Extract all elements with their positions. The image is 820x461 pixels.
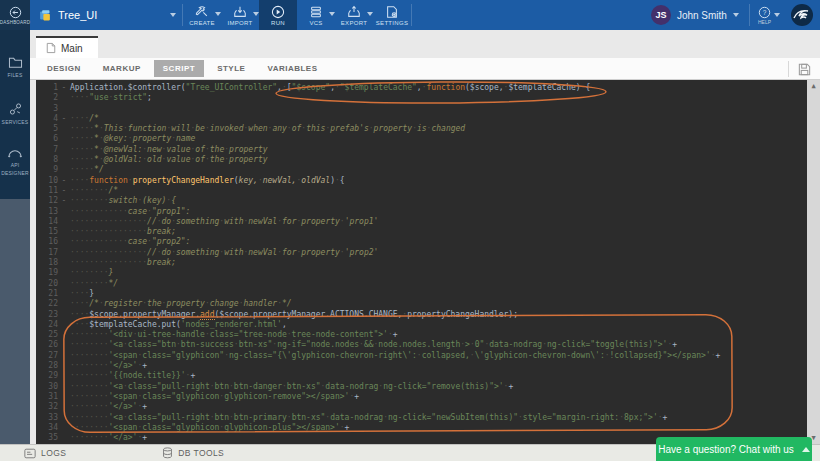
code-line[interactable]: 13············case·"prop1": [36,207,807,217]
line-number: 14 [36,217,58,227]
menu-export[interactable]: EXPORT [335,0,373,30]
fold-gutter [58,145,70,155]
export-label: EXPORT [341,20,367,26]
code-line[interactable]: 28········'</a>'·+ [36,361,807,371]
code-line[interactable]: 18················break; [36,258,807,268]
tab-style[interactable]: STYLE [208,60,254,77]
code-line[interactable]: 25········'<div·ui-tree-handle·class="tr… [36,330,807,340]
code-line[interactable]: 20········*/ [36,279,807,289]
logs-icon [24,448,36,459]
code-line[interactable]: 24····$templateCache.put('nodes_renderer… [36,320,807,330]
scroll-up-icon[interactable]: ▲ [811,80,815,92]
code-line[interactable]: 33········'<a·class="pull-right·btn·btn-… [36,413,807,423]
sidebar-item-services[interactable]: SERVICES [0,102,30,127]
fold-gutter [58,104,70,114]
sidebar-item-api-designer[interactable]: API DESIGNER [0,148,30,177]
code-line[interactable]: 30········'<a·class="pull-right·btn·btn-… [36,382,807,392]
code-line[interactable]: 9·····*/ [36,165,807,175]
code-line[interactable]: 19········} [36,268,807,278]
project-selector[interactable]: Tree_UI [30,0,182,30]
fold-gutter [58,423,70,433]
line-number: 2 [36,93,58,103]
chat-widget-button[interactable]: Have a question? Chat with us [656,437,812,461]
line-number: 28 [36,361,58,371]
menu-settings[interactable]: SETTINGS [373,0,411,30]
line-number: 32 [36,402,58,412]
folder-icon [8,56,23,69]
api-designer-icon [7,148,23,159]
project-icon [38,9,52,22]
code-line[interactable]: 17················//·do·something·with·n… [36,248,807,258]
scroll-down-icon[interactable]: ▼ [811,432,815,444]
code-line[interactable]: 31········'<span·class="glyphicon·glyphi… [36,392,807,402]
tab-script[interactable]: SCRIPT [154,60,204,77]
fold-gutter [58,413,70,423]
fold-marker-icon[interactable]: - [58,186,70,196]
page-icon [46,42,56,54]
db-tools-button[interactable]: DB TOOLS [162,447,224,459]
fold-gutter [58,392,70,402]
code-text: ················//·do·something·with·new… [70,248,807,258]
code-line[interactable]: 11-········/* [36,186,807,196]
menu-import[interactable]: IMPORT [221,0,259,30]
fold-gutter [58,382,70,392]
database-icon [162,447,173,459]
code-text: ········'<span·class="glyphicon·glyphico… [70,392,807,402]
fold-marker-icon[interactable]: - [58,83,70,93]
wavemaker-logo[interactable] [788,0,820,30]
code-line[interactable]: 34········'<span·class="glyphicon·glyphi… [36,423,807,433]
tab-design[interactable]: DESIGN [38,60,90,77]
code-editor[interactable]: 1-Application.$controller("Tree_UIContro… [36,80,807,444]
fold-marker-icon[interactable]: - [58,176,70,186]
tab-main[interactable]: Main [36,36,98,58]
code-line[interactable]: 14················//·do·something·with·n… [36,217,807,227]
menu-run[interactable]: RUN [259,0,297,30]
line-number: 17 [36,248,58,258]
help-menu[interactable]: ? HELP [750,0,788,30]
code-text: ········'</a>'·+ [70,402,807,412]
code-line[interactable]: 10-····function·propertyChangeHandler(ke… [36,176,807,186]
dashboard-button[interactable]: DASHBOARD [0,0,30,30]
line-number: 1 [36,83,58,93]
sidebar-item-files[interactable]: FILES [0,56,30,80]
code-lines: 1-Application.$controller("Tree_UIContro… [36,83,807,443]
editor-scrollbar[interactable]: ▲ ▼ [807,80,820,444]
code-line[interactable]: 29········'{{node.title}}'·+ [36,371,807,381]
code-line[interactable]: 15················break; [36,227,807,237]
code-line[interactable]: 1-Application.$controller("Tree_UIContro… [36,83,807,93]
code-line[interactable]: 27········'<span·class="glyphicon"·ng-cl… [36,351,807,361]
user-menu[interactable]: JS John Smith [641,0,749,30]
code-line[interactable]: 16············case·"prop2": [36,237,807,247]
save-file-icon[interactable] [797,62,812,77]
line-number: 24 [36,320,58,330]
code-line[interactable]: 5·····*·This·function·will·be·invoked·wh… [36,124,807,134]
code-text: ·····*·@oldVal:·old·value·of·the·propert… [70,155,807,165]
code-line[interactable]: 21····} [36,289,807,299]
code-text: ········} [70,268,807,278]
code-line[interactable]: 8·····*·@oldVal:·old·value·of·the·proper… [36,155,807,165]
code-line[interactable]: 23····$scope.propertyManager.add($scope.… [36,310,807,320]
tab-variables[interactable]: VARIABLES [258,60,326,77]
line-number: 20 [36,279,58,289]
menu-create[interactable]: CREATE [183,0,221,30]
code-line[interactable]: 3 [36,104,807,114]
logs-button[interactable]: LOGS [24,448,66,459]
code-line[interactable]: 22····/*·register·the·property·change·ha… [36,299,807,309]
line-number: 15 [36,227,58,237]
code-line[interactable]: 2····"use·strict"; [36,93,807,103]
code-line[interactable]: 6·····*·@key:·property·name [36,134,807,144]
code-line[interactable]: 12-········switch·(key)·{ [36,196,807,206]
menu-vcs[interactable]: VCS [297,0,335,30]
dashboard-label: DASHBOARD [0,20,30,25]
line-number: 11 [36,186,58,196]
fold-marker-icon[interactable]: - [58,114,70,124]
code-line[interactable]: 26········'<a·class="btn·btn-success·btn… [36,340,807,350]
code-line[interactable]: 4-····/* [36,114,807,124]
tab-markup[interactable]: MARKUP [94,60,150,77]
sidebar-empty-area [0,199,30,444]
services-label: SERVICES [2,119,29,127]
code-line[interactable]: 7·····*·@newVal:·new·value·of·the·proper… [36,145,807,155]
code-line[interactable]: 32········'</a>'·+ [36,402,807,412]
fold-marker-icon[interactable]: - [58,196,70,206]
code-text: ········/* [70,186,807,196]
